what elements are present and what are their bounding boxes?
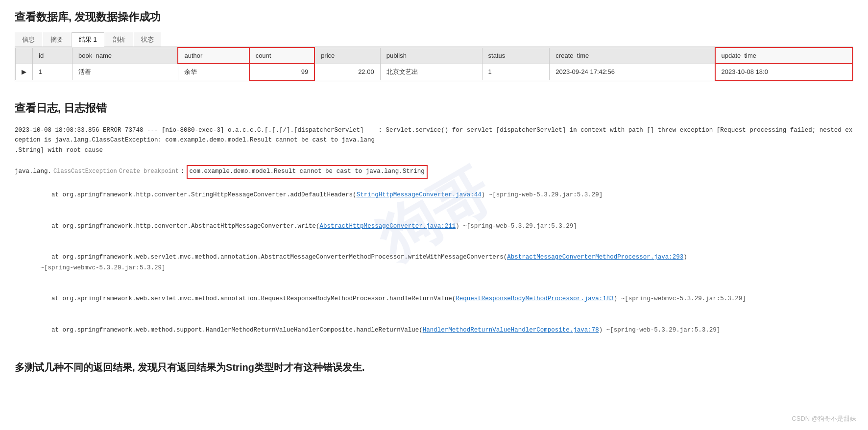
- frame1-suffix: ) ~[spring-web-5.3.29.jar:5.3.29]: [456, 223, 577, 230]
- log-line2: .String] with root cause: [15, 145, 853, 156]
- log-line1: 2023-10-08 18:08:33.856 ERROR 73748 --- …: [15, 125, 853, 145]
- tab-result1[interactable]: 结果 1: [72, 32, 104, 47]
- cell-publish: 北京文艺出: [380, 64, 482, 80]
- exception-prefix: java.lang.: [15, 167, 51, 177]
- col-status: status: [482, 48, 550, 64]
- frame3-suffix: ) ~[spring-webmvc-5.3.29.jar:5.3.29]: [614, 295, 746, 302]
- frame1-link[interactable]: AbstractHttpMessageConverter.java:211: [320, 223, 456, 230]
- log-block: 2023-10-08 18:08:33.856 ERROR 73748 --- …: [15, 125, 853, 156]
- stack-frame-4: at org.springframework.web.method.suppor…: [15, 315, 853, 346]
- col-id: id: [33, 48, 72, 64]
- frame2-link[interactable]: AbstractMessageConverterMethodProcessor.…: [507, 254, 683, 261]
- stack-frame-0: at org.springframework.http.converter.St…: [15, 180, 853, 211]
- stack-trace: java.lang.ClassCastException Create brea…: [15, 165, 853, 346]
- frame0-link[interactable]: StringHttpMessageConverter.java:44: [357, 191, 482, 198]
- stack-frame-2: at org.springframework.web.servlet.mvc.m…: [15, 242, 853, 284]
- db-table-wrapper: id book_name author count price publish …: [15, 47, 853, 81]
- col-create-time: create_time: [550, 48, 715, 64]
- cell-author: 余华: [178, 64, 249, 80]
- frame4-link[interactable]: HandlerMethodReturnValueHandlerComposite…: [423, 327, 599, 334]
- cell-create-time: 2023-09-24 17:42:56: [550, 64, 715, 80]
- stack-frame-1: at org.springframework.http.converter.Ab…: [15, 211, 853, 242]
- tab-summary[interactable]: 摘要: [43, 32, 71, 47]
- table-row: ▶ 1 活着 余华 99 22.00 北京文艺出 1 2023-09-24 17…: [16, 64, 853, 80]
- section2-heading: 查看日志, 日志报错: [15, 101, 853, 116]
- row-indicator: ▶: [16, 64, 33, 80]
- page-container: 狗哥 查看数据库, 发现数据操作成功 信息 摘要 结果 1 剖析 状态 id b…: [0, 0, 868, 389]
- cell-update-time: 2023-10-08 18:0: [715, 64, 852, 80]
- breakpoint-label: Create breakpoint: [119, 167, 179, 176]
- col-update-time: update_time: [715, 48, 852, 64]
- cell-book-name: 活着: [72, 64, 178, 80]
- col-row-indicator: [16, 48, 33, 64]
- cell-id: 1: [33, 64, 72, 80]
- frame0-suffix: ) ~[spring-web-5.3.29.jar:5.3.29]: [482, 191, 603, 198]
- tab-bar: 信息 摘要 结果 1 剖析 状态: [15, 32, 853, 47]
- col-count: count: [249, 48, 315, 64]
- frame4-suffix: ) ~[spring-web-5.3.29.jar:5.3.29]: [599, 327, 721, 334]
- frame0-at: at org.springframework.http.converter.St…: [51, 191, 357, 198]
- frame2-at: at org.springframework.web.servlet.mvc.m…: [51, 254, 507, 261]
- stack-frame-3: at org.springframework.web.servlet.mvc.m…: [15, 284, 853, 315]
- cell-status: 1: [482, 64, 550, 80]
- tab-status[interactable]: 状态: [134, 32, 161, 47]
- col-publish: publish: [380, 48, 482, 64]
- db-table: id book_name author count price publish …: [15, 47, 853, 81]
- cell-count: 99: [249, 64, 315, 80]
- tab-profiling[interactable]: 剖析: [105, 32, 133, 47]
- section1-heading: 查看数据库, 发现数据操作成功: [15, 10, 853, 24]
- col-book-name: book_name: [72, 48, 178, 64]
- conclusion-text: 多测试几种不同的返回结果, 发现只有返回结果为String类型时才有这种错误发生…: [15, 361, 853, 374]
- exception-highlighted-msg: com.example.demo.model.Result cannot be …: [187, 165, 428, 178]
- frame3-at: at org.springframework.web.servlet.mvc.m…: [51, 295, 456, 302]
- col-price: price: [314, 48, 380, 64]
- exception-classname: ClassCastException: [53, 167, 117, 176]
- exception-main-line: java.lang.ClassCastException Create brea…: [15, 165, 853, 178]
- frame3-link[interactable]: RequestResponseBodyMethodProcessor.java:…: [456, 295, 614, 302]
- col-author: author: [178, 48, 249, 64]
- frame1-at: at org.springframework.http.converter.Ab…: [51, 223, 320, 230]
- tab-info[interactable]: 信息: [15, 32, 42, 47]
- cell-price: 22.00: [314, 64, 380, 80]
- frame4-at: at org.springframework.web.method.suppor…: [51, 327, 423, 334]
